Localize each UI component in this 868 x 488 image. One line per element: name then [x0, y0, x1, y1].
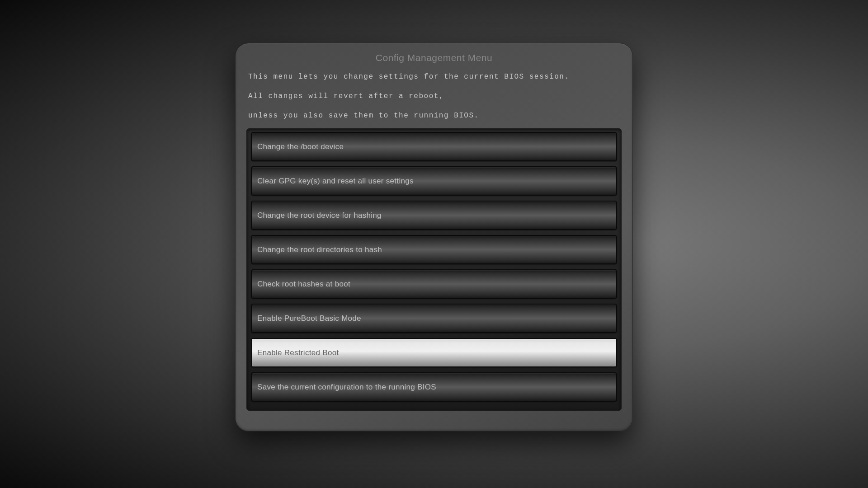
- menu-item-enable-pureboot-basic[interactable]: Enable PureBoot Basic Mode: [251, 304, 617, 333]
- description-line: unless you also save them to the running…: [248, 111, 620, 121]
- panel-description: This menu lets you change settings for t…: [246, 72, 622, 120]
- menu-item-change-root-directories[interactable]: Change the root directories to hash: [251, 235, 617, 264]
- menu-item-enable-restricted-boot[interactable]: Enable Restricted Boot: [251, 338, 617, 367]
- menu-item-label: Save the current configuration to the ru…: [257, 383, 436, 392]
- menu-item-label: Change the root device for hashing: [257, 211, 382, 220]
- menu-item-save-config[interactable]: Save the current configuration to the ru…: [251, 372, 617, 402]
- menu-item-label: Change the root directories to hash: [257, 245, 382, 254]
- menu-container[interactable]: Change the /boot device Clear GPG key(s)…: [246, 128, 622, 411]
- description-line: This menu lets you change settings for t…: [248, 72, 620, 82]
- menu-item-change-boot-device[interactable]: Change the /boot device: [251, 132, 617, 161]
- menu-item-label: Check root hashes at boot: [257, 280, 350, 289]
- menu-item-change-root-device[interactable]: Change the root device for hashing: [251, 201, 617, 230]
- menu-item-check-root-hashes[interactable]: Check root hashes at boot: [251, 269, 617, 299]
- panel-title: Config Management Menu: [246, 52, 622, 63]
- menu-item-clear-gpg-keys[interactable]: Clear GPG key(s) and reset all user sett…: [251, 166, 617, 196]
- menu-item-label: Enable Restricted Boot: [257, 348, 339, 357]
- menu-item-label: Enable PureBoot Basic Mode: [257, 314, 361, 323]
- menu-item-label: Change the /boot device: [257, 142, 344, 151]
- menu-item-label: Clear GPG key(s) and reset all user sett…: [257, 177, 414, 186]
- description-line: All changes will revert after a reboot,: [248, 92, 620, 101]
- config-management-panel: Config Management Menu This menu lets yo…: [235, 43, 633, 432]
